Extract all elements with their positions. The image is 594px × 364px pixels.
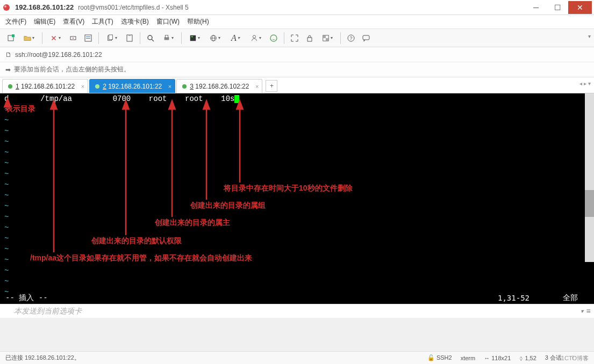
vim-position: 1,31-52 bbox=[498, 294, 529, 302]
find-icon[interactable] bbox=[144, 31, 158, 45]
title-path: root@vms001:/etc/tmpfiles.d - Xshell 5 bbox=[78, 4, 189, 11]
svg-rect-7 bbox=[86, 37, 90, 37]
compose-dropdown-icon[interactable]: ▾ bbox=[579, 307, 584, 316]
tab-session-3[interactable]: 3 192.168.26.102:22 × bbox=[176, 79, 262, 93]
status-bar: 已连接 192.168.26.101:22。 🔓 SSH2 xterm ↔ 11… bbox=[0, 351, 594, 364]
tab-close-icon[interactable]: × bbox=[81, 83, 84, 90]
tab-session-1[interactable]: 1 192.168.26.101:22 × bbox=[2, 79, 88, 93]
status-dot-icon bbox=[182, 84, 187, 89]
fullscreen-icon[interactable] bbox=[288, 31, 302, 45]
transparency-icon[interactable] bbox=[318, 31, 337, 45]
terminal-pane[interactable]: d /tmp/aa 0700 root root 10s ~ ~ ~ ~ ~ ~… bbox=[0, 93, 594, 318]
annotation-perm: 创建出来的目录的默认权限 bbox=[91, 236, 182, 246]
svg-point-0 bbox=[3, 4, 10, 11]
globe-icon[interactable] bbox=[205, 31, 225, 45]
comment-icon[interactable] bbox=[359, 31, 373, 45]
svg-rect-3 bbox=[12, 34, 15, 37]
toolbar-overflow-icon[interactable]: ▾ bbox=[588, 33, 591, 39]
print-icon[interactable] bbox=[159, 31, 178, 45]
app-icon bbox=[2, 3, 11, 12]
lock-icon[interactable] bbox=[303, 31, 317, 45]
watermark: 51CTO博客 bbox=[558, 354, 589, 362]
annotation-age: 将目录中存在时间大于10秒的文件删除 bbox=[224, 184, 353, 193]
disconnect-icon[interactable] bbox=[66, 31, 80, 45]
title-bar: 192.168.26.101:22 root@vms001:/etc/tmpfi… bbox=[0, 0, 594, 15]
vim-status-line: -- 插入 -- 1,31-52 全部 bbox=[0, 292, 594, 304]
properties-icon[interactable] bbox=[81, 31, 95, 45]
annotation-dir: 表示目录 bbox=[5, 104, 35, 114]
tab-nav-icon[interactable]: ◂ ▸ ▾ bbox=[579, 81, 591, 86]
svg-rect-8 bbox=[86, 38, 90, 39]
svg-point-13 bbox=[148, 35, 152, 40]
tab-close-icon[interactable]: × bbox=[168, 83, 171, 90]
svg-text:?: ? bbox=[349, 35, 352, 41]
new-session-icon[interactable] bbox=[4, 31, 18, 45]
svg-point-22 bbox=[253, 35, 255, 38]
vim-mode: -- 插入 -- bbox=[5, 293, 48, 303]
svg-point-23 bbox=[270, 35, 277, 41]
svg-point-1 bbox=[4, 5, 6, 8]
menu-edit[interactable]: 编辑(E) bbox=[34, 17, 55, 26]
svg-rect-18 bbox=[191, 36, 194, 37]
tab-strip: 1 192.168.26.101:22 × 2 192.168.26.101:2… bbox=[0, 77, 594, 93]
vim-percent: 全部 bbox=[563, 293, 578, 303]
status-dot-icon bbox=[8, 84, 12, 89]
annotation-path: /tmp/aa这个目录如果存在就不用管，如果不存在就会自动创建出来 bbox=[30, 253, 252, 263]
title-host: 192.168.26.101:22 bbox=[15, 3, 74, 11]
svg-rect-17 bbox=[190, 35, 196, 41]
menu-tabs[interactable]: 选项卡(B) bbox=[121, 17, 149, 26]
menu-tools[interactable]: 工具(T) bbox=[92, 17, 113, 26]
paste-icon[interactable] bbox=[123, 31, 137, 45]
help-icon[interactable]: ? bbox=[344, 31, 358, 45]
svg-line-14 bbox=[152, 39, 154, 41]
user-icon[interactable] bbox=[246, 31, 266, 45]
url-lock-icon: 🗋 bbox=[5, 51, 12, 59]
svg-rect-26 bbox=[323, 35, 326, 38]
tab-close-icon[interactable]: × bbox=[255, 83, 259, 90]
status-cursor-pos: ⎀ 1,52 bbox=[519, 355, 536, 361]
status-lock-icon: 🔓 SSH2 bbox=[427, 354, 452, 361]
hint-arrow-icon[interactable]: ➡ bbox=[5, 66, 11, 74]
svg-point-5 bbox=[73, 38, 74, 39]
tab-session-2[interactable]: 2 192.168.26.101:22 × bbox=[89, 79, 175, 93]
open-session-icon[interactable] bbox=[19, 31, 39, 45]
copy-icon[interactable] bbox=[102, 31, 121, 45]
compose-input[interactable]: 本发送到当前选项卡 ▾ ≡ bbox=[0, 304, 594, 318]
status-size: ↔ 118x21 bbox=[484, 355, 511, 361]
status-connection: 已连接 192.168.26.101:22。 bbox=[5, 354, 80, 362]
svg-rect-10 bbox=[109, 34, 112, 39]
hint-bar: ➡ 要添加当前会话，点击左侧的箭头按钮。 bbox=[0, 62, 594, 77]
annotation-owner: 创建出来的目录的属主 bbox=[155, 218, 230, 228]
terminal-scrollbar[interactable] bbox=[585, 93, 594, 262]
minimize-button[interactable]: ─ bbox=[525, 1, 547, 14]
status-term-type: xterm bbox=[461, 355, 476, 361]
svg-rect-24 bbox=[307, 38, 312, 41]
annotation-group: 创建出来的目录的属组 bbox=[190, 201, 266, 210]
tab-add-button[interactable]: + bbox=[266, 80, 277, 92]
menu-bar: 文件(F) 编辑(E) 查看(V) 工具(T) 选项卡(B) 窗口(W) 帮助(… bbox=[0, 15, 594, 29]
menu-file[interactable]: 文件(F) bbox=[5, 17, 26, 26]
cursor bbox=[234, 95, 239, 103]
menu-view[interactable]: 查看(V) bbox=[63, 17, 84, 26]
reconnect-icon[interactable] bbox=[46, 31, 65, 45]
color-scheme-icon[interactable] bbox=[185, 31, 204, 45]
address-url[interactable]: ssh://root@192.168.26.101:22 bbox=[15, 51, 102, 59]
script-icon[interactable] bbox=[267, 31, 281, 45]
svg-rect-27 bbox=[326, 38, 328, 41]
address-bar: 🗋 ssh://root@192.168.26.101:22 bbox=[0, 47, 594, 62]
maximize-button[interactable]: ☐ bbox=[547, 1, 568, 14]
menu-help[interactable]: 帮助(H) bbox=[187, 17, 209, 26]
status-dot-icon bbox=[95, 84, 99, 89]
close-button[interactable]: ✕ bbox=[568, 1, 592, 14]
compose-menu-icon[interactable]: ≡ bbox=[586, 307, 591, 316]
svg-rect-30 bbox=[363, 35, 369, 40]
hint-text: 要添加当前会话，点击左侧的箭头按钮。 bbox=[14, 65, 130, 74]
menu-window[interactable]: 窗口(W) bbox=[156, 17, 180, 26]
svg-rect-12 bbox=[128, 34, 131, 36]
toolbar: A ? ▾ bbox=[0, 29, 594, 47]
font-icon[interactable]: A bbox=[226, 31, 245, 45]
svg-rect-16 bbox=[165, 35, 168, 37]
